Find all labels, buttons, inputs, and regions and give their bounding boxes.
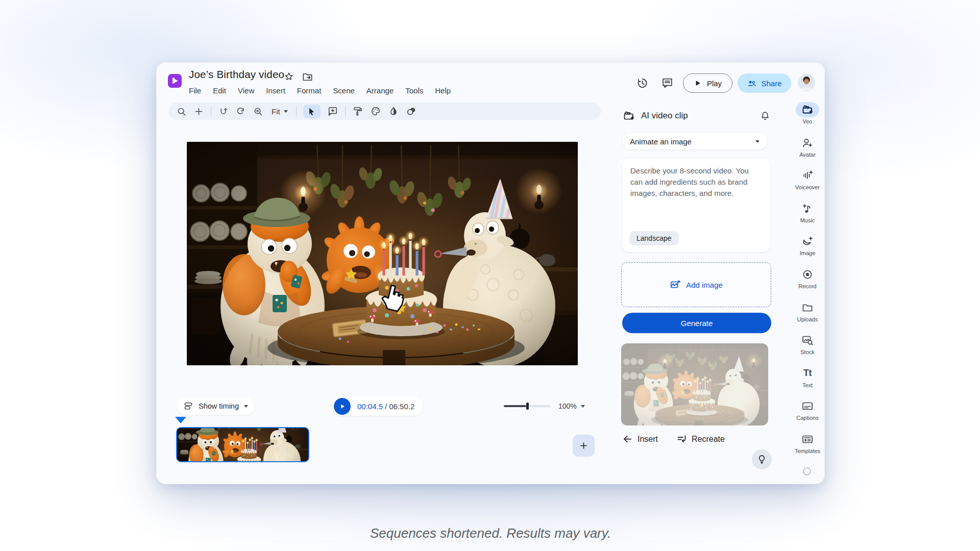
rail-item-captions[interactable]: Captions xyxy=(790,397,825,430)
add-button[interactable] xyxy=(193,106,204,117)
rail-item-image[interactable]: Image xyxy=(790,232,825,265)
templates-icon xyxy=(801,433,814,445)
background-button[interactable] xyxy=(388,106,399,117)
theme-colors-button[interactable] xyxy=(370,106,381,117)
account-avatar[interactable] xyxy=(798,74,815,91)
rail-label: Music xyxy=(800,217,815,223)
menu-insert[interactable]: Insert xyxy=(265,86,286,95)
panel-header: AI video clip xyxy=(623,110,771,122)
zoom-in-button[interactable] xyxy=(253,106,263,117)
insert-label: Insert xyxy=(638,435,658,444)
add-comment-button[interactable] xyxy=(327,106,338,117)
lightbulb-icon xyxy=(756,454,767,465)
insert-button[interactable]: Insert xyxy=(622,434,658,444)
slider-thumb[interactable] xyxy=(526,403,529,410)
fit-label: Fit xyxy=(272,107,280,116)
recreate-icon xyxy=(676,434,687,444)
zoom-level-select[interactable]: 100% xyxy=(558,402,585,410)
paint-format-button[interactable] xyxy=(352,106,363,117)
menu-help[interactable]: Help xyxy=(434,86,451,95)
menu-view[interactable]: View xyxy=(237,86,255,95)
slider-fill xyxy=(504,405,526,407)
comment-icon xyxy=(661,77,674,89)
notifications-button[interactable] xyxy=(760,110,771,121)
version-history-button[interactable] xyxy=(635,77,649,90)
toolbar-divider xyxy=(345,107,346,116)
zoom-in-icon xyxy=(253,106,263,117)
aspect-ratio-chip[interactable]: Landscape xyxy=(629,231,679,245)
rail-item-record[interactable]: Record xyxy=(790,265,825,298)
rail-item-uploads[interactable]: Uploads xyxy=(790,298,825,332)
search-icon xyxy=(176,106,187,117)
generated-preview-thumbnail[interactable] xyxy=(621,343,768,425)
vids-logo-icon[interactable] xyxy=(168,74,182,88)
scene-clip-thumbnail[interactable] xyxy=(176,427,309,462)
rail-item-stock[interactable]: Stock xyxy=(790,331,825,364)
droplet-icon xyxy=(388,106,399,117)
zoom-slider[interactable] xyxy=(504,403,551,410)
share-button[interactable]: Share xyxy=(738,73,791,93)
rail-item-avatar[interactable]: Avatar xyxy=(790,134,825,167)
time-separator: / xyxy=(385,402,387,411)
overlap-circles-icon xyxy=(406,106,417,117)
rail-label: Templates xyxy=(795,448,820,454)
tips-button[interactable] xyxy=(752,449,772,469)
rail-label: Uploads xyxy=(797,316,818,322)
plus-icon xyxy=(193,106,204,117)
rail-label: Text xyxy=(802,382,813,388)
mode-select[interactable]: Animate an image xyxy=(622,133,767,149)
add-image-dropzone[interactable]: Add image xyxy=(621,262,771,307)
generate-button[interactable]: Generate xyxy=(622,313,771,333)
fit-zoom-select[interactable]: Fit xyxy=(270,107,289,116)
rail-item-veo[interactable]: Veo xyxy=(790,101,825,134)
move-folder-button[interactable] xyxy=(302,71,313,83)
menu-edit[interactable]: Edit xyxy=(212,86,227,95)
rail-item-music[interactable]: Music xyxy=(790,199,825,233)
add-image-label: Add image xyxy=(686,281,723,289)
rail-label: Record xyxy=(798,283,816,289)
menu-tools[interactable]: Tools xyxy=(405,86,424,95)
menu-scene[interactable]: Scene xyxy=(332,86,355,95)
redo-icon xyxy=(235,106,246,117)
video-canvas[interactable] xyxy=(187,142,578,365)
timeline-playhead[interactable] xyxy=(175,417,186,423)
rail-label: Avatar xyxy=(799,152,816,158)
timing-layers-icon xyxy=(183,401,193,411)
menu-arrange[interactable]: Arrange xyxy=(366,86,394,95)
show-timing-select[interactable]: Show timing xyxy=(177,397,255,415)
recreate-button[interactable]: Recreate xyxy=(676,434,725,444)
rail-label: Voiceover xyxy=(795,184,820,190)
clip-frame xyxy=(177,428,308,461)
rail-item-text[interactable]: Tt Text xyxy=(790,364,825,397)
document-title[interactable]: Joe’s Birthday video xyxy=(189,68,284,81)
chevron-down-icon xyxy=(581,405,585,408)
app-window: Joe’s Birthday video File Edit View Inse… xyxy=(156,62,825,484)
undo-button[interactable] xyxy=(218,106,229,117)
play-icon xyxy=(339,403,346,410)
panel-title: AI video clip xyxy=(641,111,688,121)
zoom-controls: 100% xyxy=(504,396,585,416)
prompt-card: Landscape xyxy=(622,159,770,252)
menu-file[interactable]: File xyxy=(188,86,202,95)
slider-track xyxy=(528,405,551,407)
play-preview-button[interactable]: Play xyxy=(683,73,732,93)
add-scene-button[interactable] xyxy=(573,435,595,457)
rail-item-templates[interactable]: Templates xyxy=(790,430,825,463)
disclaimer-caption: Sequences shortened. Results may vary. xyxy=(156,525,825,541)
search-tools-button[interactable] xyxy=(176,106,187,117)
toolbar-divider xyxy=(296,107,297,116)
menu-bar: File Edit View Insert Format Scene Arran… xyxy=(188,84,451,97)
chevron-down-icon xyxy=(244,405,248,408)
veo-clapper-icon xyxy=(801,104,814,116)
transparency-button[interactable] xyxy=(406,106,417,117)
timeline-play-button[interactable] xyxy=(334,398,351,415)
add-comment-icon xyxy=(327,106,338,117)
select-tool-button[interactable] xyxy=(303,105,321,118)
rail-item-voiceover[interactable]: Voiceover xyxy=(790,166,825,199)
menu-format[interactable]: Format xyxy=(297,86,322,95)
comments-button[interactable] xyxy=(661,77,674,89)
text-icon: Tt xyxy=(803,368,812,379)
time-display: 00:04.5/06:50.2 xyxy=(357,402,414,411)
star-button[interactable] xyxy=(283,71,295,82)
redo-button[interactable] xyxy=(235,106,246,117)
